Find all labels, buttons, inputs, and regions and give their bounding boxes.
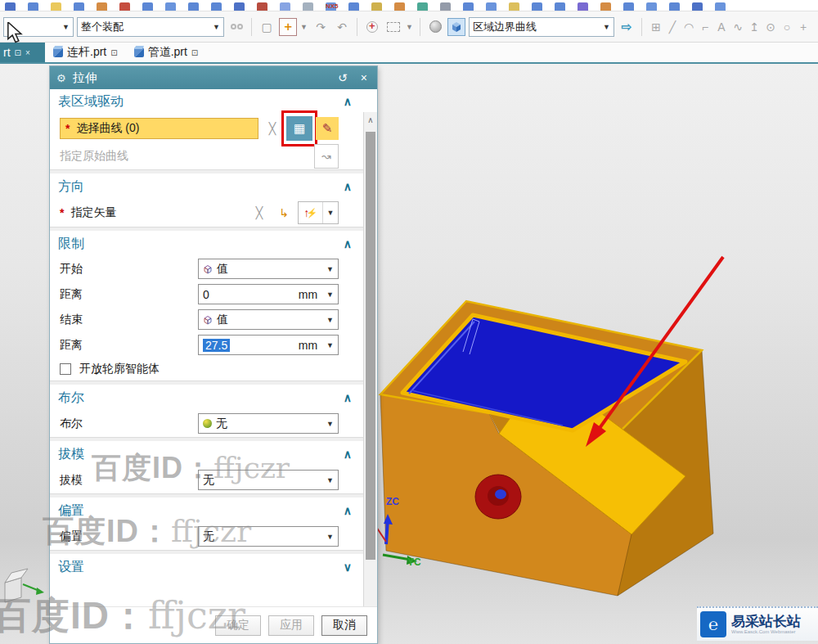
- apply-curve-rule-icon[interactable]: ⇨: [618, 18, 636, 36]
- arc-icon[interactable]: ◠: [681, 18, 697, 36]
- toolbar-mini-icon[interactable]: [371, 2, 382, 11]
- origin-curve-icon[interactable]: ↝: [314, 144, 339, 169]
- boolean-select[interactable]: 无 ▼: [198, 413, 339, 434]
- component-ghost-icon[interactable]: ▢: [258, 18, 276, 36]
- chevron-down-icon[interactable]: ▼: [326, 341, 334, 349]
- toolbar-mini-icon[interactable]: [303, 2, 313, 11]
- toolbar-mini-icon[interactable]: [234, 2, 245, 11]
- toolbar-mini-icon[interactable]: [211, 2, 222, 11]
- toolbar-mini-icon[interactable]: [417, 2, 428, 11]
- end-distance-input[interactable]: 27.5 mm ▼: [198, 335, 339, 355]
- wireframe-cube-icon[interactable]: [447, 18, 465, 36]
- plus-icon[interactable]: +: [795, 18, 811, 36]
- draft-select[interactable]: 无 ▼: [198, 470, 339, 490]
- tab-guandao-prt[interactable]: 管道.prt ⊡: [126, 43, 207, 62]
- end-select[interactable]: 值 ▼: [198, 309, 339, 330]
- toolbar-mini-icon[interactable]: [600, 2, 611, 11]
- section-title: 表区域驱动: [58, 93, 124, 110]
- toolbar-mini-icon[interactable]: [97, 2, 107, 11]
- chevron-up-icon: ∧: [344, 448, 352, 461]
- chevron-down-icon[interactable]: ▼: [300, 23, 308, 31]
- studio-spline-icon[interactable]: A: [713, 18, 730, 36]
- section-header-boolean[interactable]: 布尔 ∧: [50, 385, 363, 410]
- replace-component-icon[interactable]: ↶: [333, 18, 351, 36]
- point-icon[interactable]: ↥: [746, 18, 762, 36]
- chevron-down-icon[interactable]: ▼: [326, 290, 334, 299]
- toolbar-mini-icon[interactable]: [5, 2, 16, 11]
- toolbar-mini-icon[interactable]: [578, 2, 588, 11]
- line-icon[interactable]: ╱: [664, 18, 681, 36]
- cancel-button[interactable]: 取消: [321, 615, 367, 636]
- toolbar-mini-icon[interactable]: [188, 2, 199, 11]
- vector-icon[interactable]: ↑⚡: [299, 202, 323, 223]
- toolbar-mini-icon[interactable]: [623, 2, 634, 11]
- profile-icon[interactable]: ⊞: [648, 18, 664, 36]
- section-title: 偏置: [58, 502, 84, 520]
- spline-icon[interactable]: ∿: [730, 18, 746, 36]
- find-component-icon[interactable]: [227, 18, 245, 36]
- section-header-region[interactable]: 表区域驱动 ∧: [50, 89, 363, 114]
- wcs-datum-icon[interactable]: [363, 18, 381, 36]
- ok-button[interactable]: 确定: [215, 615, 261, 636]
- toolbar-mini-icon[interactable]: [532, 2, 542, 11]
- start-select[interactable]: 值 ▼: [198, 259, 339, 279]
- move-component-icon[interactable]: ↷: [312, 18, 330, 36]
- fillet-icon[interactable]: ⌐: [697, 18, 713, 36]
- toolbar-mini-icon[interactable]: [486, 2, 497, 11]
- toolbar-mini-icon[interactable]: [28, 2, 38, 11]
- section-header-limits[interactable]: 限制 ∧: [50, 232, 363, 256]
- open-profile-checkbox[interactable]: [60, 363, 71, 375]
- extrude-dialog: ⚙ 拉伸 ↺ × 表区域驱动 ∧ * 选择曲线 (0) ╳ ▦ ✎: [49, 65, 378, 644]
- toolbar-mini-icon[interactable]: [692, 2, 703, 11]
- apply-button[interactable]: 应用: [268, 615, 314, 636]
- toolbar-mini-icon[interactable]: [165, 2, 176, 11]
- toolbar-mini-icon[interactable]: [394, 2, 405, 11]
- deselect-icon[interactable]: ╳: [262, 118, 283, 139]
- shaded-view-icon[interactable]: [426, 18, 444, 36]
- scrollbar-thumb[interactable]: [366, 132, 375, 560]
- dialog-scrollbar[interactable]: ∧ ∨: [363, 112, 377, 606]
- scroll-up-icon[interactable]: ∧: [364, 114, 377, 127]
- section-header-direction[interactable]: 方向 ∧: [50, 174, 363, 199]
- dialog-titlebar[interactable]: ⚙ 拉伸 ↺ ×: [50, 66, 377, 89]
- toolbar-mini-icon[interactable]: [669, 2, 680, 11]
- tab-liangan-prt[interactable]: 连杆.prt ⊡: [45, 43, 126, 62]
- toolbar-mini-icon[interactable]: [51, 2, 61, 11]
- deselect-icon[interactable]: ╳: [249, 202, 270, 223]
- curve-rule-tool-icon[interactable]: ▦: [286, 116, 312, 141]
- close-icon[interactable]: ×: [25, 48, 30, 57]
- select-curve-field[interactable]: * 选择曲线 (0): [60, 118, 258, 139]
- section-header-draft[interactable]: 拔模 ∧: [50, 442, 363, 466]
- line2-icon[interactable]: ╱: [811, 18, 815, 36]
- chevron-down-icon[interactable]: ▼: [323, 202, 338, 223]
- chevron-down-icon[interactable]: ▼: [406, 23, 414, 31]
- dialog-reset-icon[interactable]: ↺: [335, 71, 351, 84]
- select-rectangle-icon[interactable]: [384, 18, 402, 36]
- toolbar-mini-icon[interactable]: [74, 2, 84, 11]
- sketch-section-icon[interactable]: ✎: [316, 117, 339, 140]
- toolbar-mini-icon[interactable]: [142, 2, 153, 11]
- dialog-close-icon[interactable]: ×: [357, 71, 371, 84]
- add-component-icon[interactable]: ＋: [279, 18, 297, 36]
- toolbar-mini-icon[interactable]: [280, 2, 290, 11]
- section-header-offset[interactable]: 偏置 ∧: [50, 498, 363, 523]
- toolbar-mini-icon[interactable]: [555, 2, 565, 11]
- circle-icon[interactable]: ○: [779, 18, 795, 36]
- inferred-vector-icon[interactable]: ↳: [273, 202, 294, 223]
- toolbar-mini-icon[interactable]: [119, 2, 130, 11]
- toolbar-mini-icon[interactable]: [348, 2, 359, 11]
- offset-select[interactable]: 无 ▼: [198, 526, 339, 547]
- start-distance-input[interactable]: 0 mm ▼: [198, 284, 339, 304]
- toolbar-mini-icon[interactable]: [463, 2, 474, 11]
- assembly-scope-dropdown[interactable]: 整个装配 ▼: [77, 17, 224, 37]
- circle-center-icon[interactable]: ⊙: [762, 18, 779, 36]
- toolbar-mini-icon[interactable]: [715, 2, 726, 11]
- tab-active-partial[interactable]: rt ⊡ ×: [0, 43, 45, 62]
- toolbar-mini-icon[interactable]: [440, 2, 451, 11]
- section-header-settings[interactable]: 设置 ∨: [50, 555, 363, 579]
- curve-rule-dropdown[interactable]: 区域边界曲线 ▼: [469, 17, 614, 37]
- open-profile-row: 开放轮廓智能体: [50, 358, 363, 381]
- toolbar-mini-icon[interactable]: [646, 2, 657, 11]
- toolbar-mini-icon[interactable]: [257, 2, 267, 11]
- toolbar-mini-icon[interactable]: [509, 2, 519, 11]
